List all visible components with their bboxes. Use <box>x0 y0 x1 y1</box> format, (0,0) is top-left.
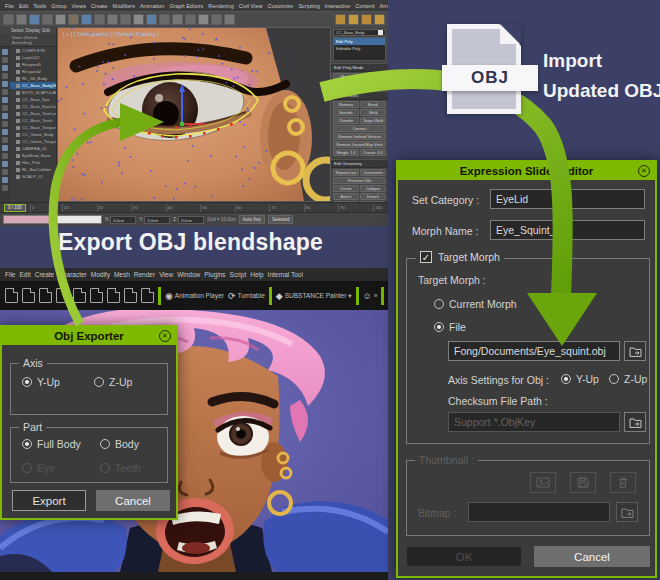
timeline-tick[interactable]: 0 <box>30 204 34 212</box>
auto-key-button[interactable]: Auto Key <box>239 215 265 224</box>
explorer-strip-icon[interactable] <box>2 105 8 111</box>
set-category-field[interactable]: EyeLid <box>490 189 645 209</box>
explorer-strip-icon[interactable] <box>2 65 8 71</box>
browse-checksum-button[interactable] <box>624 412 646 432</box>
max-tool-icon[interactable] <box>172 14 183 25</box>
explorer-item[interactable]: Respond2 <box>10 68 56 75</box>
timeline-tick[interactable]: 10 <box>62 204 69 212</box>
browse-file-button[interactable] <box>624 341 646 361</box>
max-menu-item[interactable]: Modifiers <box>111 3 137 9</box>
explorer-item[interactable]: CC_Base_Body(Merge) <box>10 82 56 89</box>
selected-button[interactable]: Selected <box>268 215 294 224</box>
toolbar-doc-icon[interactable] <box>90 288 103 303</box>
max-tool-icon[interactable] <box>133 14 144 25</box>
command-panel-button[interactable]: Target Weld <box>360 117 386 124</box>
max-menu-item[interactable]: Create <box>89 3 110 9</box>
explorer-strip-icon[interactable] <box>2 177 8 183</box>
max-tool-icon[interactable] <box>81 14 92 25</box>
max-viewport[interactable]: [ + ] [ Orthographic ] [ Default Shading… <box>57 27 331 202</box>
explorer-item[interactable]: CC_Game_Tongue <box>10 138 56 145</box>
command-panel-button[interactable]: Remove <box>333 101 359 108</box>
object-name-field[interactable]: CC_Base_Body <box>333 29 386 36</box>
radio-obj-z-up[interactable]: Z-Up <box>609 373 647 385</box>
max-tool-icon[interactable] <box>42 14 53 25</box>
iclone-menu-item[interactable]: Render <box>134 271 155 278</box>
max-timeline[interactable]: 0 / 100 0102030405060708090100 <box>0 202 388 212</box>
max-tool-icon[interactable] <box>68 14 79 25</box>
timeline-tick[interactable]: 30 <box>131 204 138 212</box>
max-tool-icon[interactable] <box>374 14 385 25</box>
iclone-menu-item[interactable]: Modify <box>91 271 110 278</box>
explorer-strip-icon[interactable] <box>2 153 8 159</box>
radio-full-body[interactable]: Full Body <box>22 438 81 450</box>
explorer-item[interactable]: CC_Game_Body <box>10 131 56 138</box>
object-color-swatch[interactable] <box>378 30 383 35</box>
explorer-item[interactable]: CC_Base_Teeth <box>10 117 56 124</box>
command-panel-button[interactable]: Connect <box>333 125 386 132</box>
explorer-item[interactable]: RL_G6_Body <box>10 75 56 82</box>
iclone-menu-item[interactable]: Internal Tool <box>268 271 303 278</box>
max-tool-icon[interactable] <box>335 14 346 25</box>
max-menu-item[interactable]: Customize <box>265 3 295 9</box>
max-tool-icon[interactable] <box>146 14 157 25</box>
explorer-strip-icon[interactable] <box>2 57 8 63</box>
command-panel-button[interactable]: Remove Isolated Vertices <box>333 133 386 140</box>
explorer-strip-icon[interactable] <box>2 113 8 119</box>
command-panel-button[interactable]: Detach <box>360 193 386 200</box>
max-menu-item[interactable]: Group <box>49 3 68 9</box>
iclone-menu-item[interactable]: Mesh <box>114 271 130 278</box>
max-tool-icon[interactable] <box>185 14 196 25</box>
maxscript-listener-pink[interactable] <box>3 215 51 224</box>
close-icon[interactable]: ✕ <box>159 330 171 342</box>
command-panel-button[interactable]: Commit <box>333 81 359 88</box>
max-tool-icon[interactable] <box>198 14 209 25</box>
turntable-button[interactable]: ⟳Turntable <box>228 291 265 301</box>
timeline-tick[interactable]: 90 <box>338 204 345 212</box>
max-tool-icon[interactable] <box>211 14 222 25</box>
radio-body[interactable]: Body <box>100 438 139 450</box>
explorer-item[interactable]: RL_BoxCollider <box>10 166 56 173</box>
command-panel-button[interactable]: Crease: 0.0 <box>360 149 386 156</box>
explorer-strip-icon[interactable] <box>2 89 8 95</box>
explorer-item[interactable]: CAMERA_01 <box>10 145 56 152</box>
command-panel-button[interactable]: Repeat Last <box>333 169 359 176</box>
command-panel-button[interactable]: Preserve UVs <box>333 177 386 184</box>
toolbar-doc-icon[interactable] <box>141 288 154 303</box>
max-tool-icon[interactable] <box>29 14 40 25</box>
iclone-menu-item[interactable]: View <box>159 271 173 278</box>
explorer-strip-icon[interactable] <box>2 129 8 135</box>
explorer-item[interactable]: EyeBrow_Base <box>10 152 56 159</box>
timeline-tick[interactable]: 40 <box>166 204 173 212</box>
explorer-item[interactable]: BOY1_SCAPULAR <box>10 89 56 96</box>
explorer-item[interactable]: Respond1 <box>10 61 56 68</box>
toolbar-doc-icon[interactable] <box>22 288 35 303</box>
command-panel-button[interactable]: Animate <box>360 73 386 80</box>
command-panel-button[interactable]: Attach <box>333 193 359 200</box>
max-menu-item[interactable]: Arnold <box>377 3 388 9</box>
radio-z-up[interactable]: Z-Up <box>94 376 132 388</box>
file-path-field[interactable]: Fong/Documents/Eye_squint.obj <box>448 341 620 361</box>
checksum-field[interactable]: Support *.ObjKey <box>448 412 620 432</box>
explorer-strip-icon[interactable] <box>2 169 8 175</box>
explorer-item[interactable]: CC_Base_EyeOcclusio <box>10 103 56 110</box>
rollout-header[interactable]: Edit Poly Mode <box>331 63 388 72</box>
timeline-tick[interactable]: 70 <box>269 204 276 212</box>
command-panel-button[interactable]: Collapse <box>360 185 386 192</box>
cancel-button[interactable]: Cancel <box>534 546 650 567</box>
command-panel-button[interactable]: Extrude <box>333 109 359 116</box>
iclone-menu-item[interactable]: Script <box>230 271 247 278</box>
command-panel-button[interactable]: Constraints <box>360 169 386 176</box>
command-panel-button[interactable]: Remove Unused Map Verts <box>333 141 386 148</box>
timeline-tick[interactable]: 50 <box>200 204 207 212</box>
radio-file[interactable]: File <box>434 321 466 333</box>
viewport-label[interactable]: [ + ] [ Orthographic ] [ Default Shading… <box>63 31 159 37</box>
maxscript-listener-white[interactable] <box>54 215 102 224</box>
iclone-menu-item[interactable]: File <box>5 271 15 278</box>
iclone-menu-item[interactable]: Plugins <box>204 271 225 278</box>
explorer-tab-display[interactable]: Display <box>26 28 41 33</box>
max-tool-icon[interactable] <box>94 14 105 25</box>
command-panel-button[interactable]: Weight: 1.0 <box>333 149 359 156</box>
max-tool-icon[interactable] <box>224 14 235 25</box>
command-panel-button[interactable]: Create <box>333 185 359 192</box>
obj-exporter-header[interactable]: Obj Exporter ✕ <box>2 327 176 345</box>
